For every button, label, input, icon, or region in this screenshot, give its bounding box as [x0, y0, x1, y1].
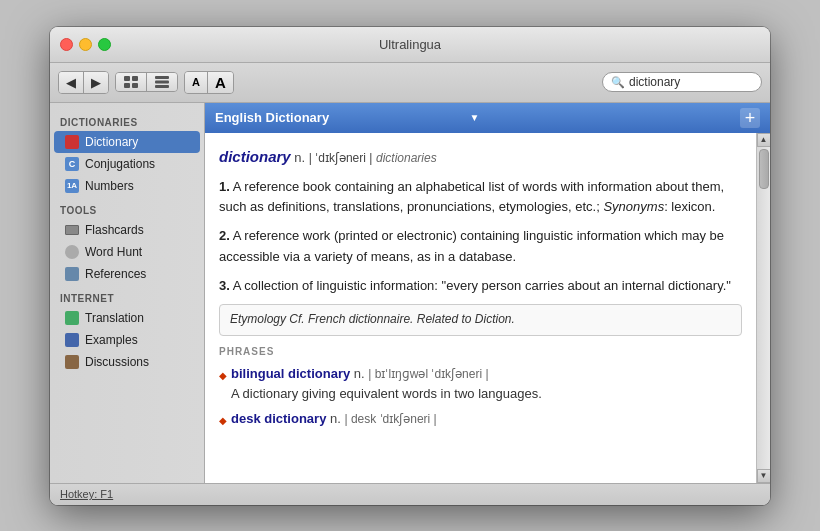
search-input[interactable]: [629, 75, 770, 89]
svg-rect-0: [124, 76, 130, 81]
phrase-item-1: ◆ bilingual dictionary n. | bɪˈlɪŋɡwəl ˈ…: [219, 364, 742, 406]
view2-icon: [155, 76, 169, 88]
numbers-icon: 1A: [64, 178, 80, 194]
content-with-scroll: dictionary n. | ˈdɪkʃəneri | dictionarie…: [205, 133, 770, 483]
phrase-def-1: A dictionary giving equivalent words in …: [231, 386, 542, 401]
sidebar-label-examples: Examples: [85, 333, 138, 347]
conjugations-icon: C: [64, 156, 80, 172]
word-pos: n.: [294, 150, 305, 165]
definition-1: 1. A reference book containing an alphab…: [219, 177, 742, 219]
font-buttons: A A: [184, 71, 234, 94]
toolbar: ◀ ▶ A A: [50, 63, 770, 103]
phrase-item-2: ◆ desk dictionary n. | desk ˈdɪkʃəneri |: [219, 409, 742, 430]
word-forms: dictionaries: [376, 151, 437, 165]
def-num-1: 1.: [219, 179, 230, 194]
scroll-down-button[interactable]: ▼: [757, 469, 771, 483]
definition-3: 3. A collection of linguistic informatio…: [219, 276, 742, 297]
word-hunt-icon: [64, 244, 80, 260]
sidebar-label-dictionary: Dictionary: [85, 135, 138, 149]
sidebar-item-dictionary[interactable]: Dictionary: [54, 131, 200, 153]
svg-rect-3: [132, 83, 138, 88]
examples-icon: [64, 332, 80, 348]
sidebar-label-references: References: [85, 267, 146, 281]
phrase-word-1: bilingual dictionary: [231, 366, 350, 381]
content-area: English Dictionary ▼ + dictionary n. | ˈ…: [205, 103, 770, 483]
def-num-3: 3.: [219, 278, 230, 293]
sidebar-item-word-hunt[interactable]: Word Hunt: [50, 241, 204, 263]
maximize-button[interactable]: [98, 38, 111, 51]
word-header: dictionary n. | ˈdɪkʃəneri | dictionarie…: [219, 145, 742, 169]
discussions-icon: [64, 354, 80, 370]
tools-header: TOOLS: [50, 197, 204, 219]
view1-button[interactable]: [116, 73, 147, 91]
etymology-box: Etymology Cf. French dictionnaire. Relat…: [219, 304, 742, 335]
sidebar-item-translation[interactable]: Translation: [50, 307, 204, 329]
definition-2: 2. A reference work (printed or electron…: [219, 226, 742, 268]
translation-icon: [64, 310, 80, 326]
internet-header: INTERNET: [50, 285, 204, 307]
sidebar-label-flashcards: Flashcards: [85, 223, 144, 237]
application-window: Ultralingua ◀ ▶: [50, 27, 770, 505]
search-icon: 🔍: [611, 76, 625, 89]
def-num-2: 2.: [219, 228, 230, 243]
statusbar: Hotkey: F1: [50, 483, 770, 505]
phrases-header: PHRASES: [219, 344, 742, 360]
view-buttons: [115, 72, 178, 92]
content-header-title: English Dictionary: [215, 110, 464, 125]
content-body: dictionary n. | ˈdɪkʃəneri | dictionarie…: [205, 133, 756, 483]
font-small-button[interactable]: A: [185, 72, 208, 93]
view2-button[interactable]: [147, 73, 177, 91]
svg-rect-1: [132, 76, 138, 81]
word-phonetic: | ˈdɪkʃəneri |: [309, 151, 373, 165]
phrase-content-1: bilingual dictionary n. | bɪˈlɪŋɡwəl ˈdɪ…: [231, 364, 542, 406]
nav-buttons: ◀ ▶: [58, 71, 109, 94]
scroll-thumb[interactable]: [759, 149, 769, 189]
titlebar: Ultralingua: [50, 27, 770, 63]
sidebar: DICTIONARIES Dictionary C Conjugations 1…: [50, 103, 205, 483]
svg-rect-4: [155, 76, 169, 79]
view1-icon: [124, 76, 138, 88]
sidebar-item-discussions[interactable]: Discussions: [50, 351, 204, 373]
sidebar-label-discussions: Discussions: [85, 355, 149, 369]
svg-rect-2: [124, 83, 130, 88]
window-title: Ultralingua: [379, 37, 441, 52]
close-button[interactable]: [60, 38, 73, 51]
traffic-lights: [60, 38, 111, 51]
scroll-up-button[interactable]: ▲: [757, 133, 771, 147]
svg-rect-6: [155, 85, 169, 88]
back-button[interactable]: ◀: [59, 72, 84, 93]
sidebar-item-examples[interactable]: Examples: [50, 329, 204, 351]
main-layout: DICTIONARIES Dictionary C Conjugations 1…: [50, 103, 770, 483]
sidebar-label-word-hunt: Word Hunt: [85, 245, 142, 259]
hotkey-label[interactable]: Hotkey: F1: [60, 488, 113, 500]
search-box: 🔍 ✕: [602, 72, 762, 92]
sidebar-item-flashcards[interactable]: Flashcards: [50, 219, 204, 241]
phrase-bullet-1: ◆: [219, 368, 227, 406]
sidebar-item-numbers[interactable]: 1A Numbers: [50, 175, 204, 197]
add-button[interactable]: +: [740, 108, 760, 128]
content-header: English Dictionary ▼ +: [205, 103, 770, 133]
font-large-button[interactable]: A: [208, 72, 233, 93]
sidebar-label-translation: Translation: [85, 311, 144, 325]
dropdown-arrow-icon[interactable]: ▼: [470, 112, 480, 123]
scrollbar: ▲ ▼: [756, 133, 770, 483]
word-main: dictionary: [219, 148, 291, 165]
sidebar-item-conjugations[interactable]: C Conjugations: [50, 153, 204, 175]
flashcards-icon: [64, 222, 80, 238]
sidebar-label-conjugations: Conjugations: [85, 157, 155, 171]
phrase-word-2: desk dictionary: [231, 411, 326, 426]
phrase-content-2: desk dictionary n. | desk ˈdɪkʃəneri |: [231, 409, 437, 430]
dictionaries-header: DICTIONARIES: [50, 109, 204, 131]
minimize-button[interactable]: [79, 38, 92, 51]
sidebar-label-numbers: Numbers: [85, 179, 134, 193]
phrase-bullet-2: ◆: [219, 413, 227, 430]
dictionary-icon: [64, 134, 80, 150]
sidebar-item-references[interactable]: References: [50, 263, 204, 285]
forward-button[interactable]: ▶: [84, 72, 108, 93]
references-icon: [64, 266, 80, 282]
svg-rect-5: [155, 81, 169, 84]
